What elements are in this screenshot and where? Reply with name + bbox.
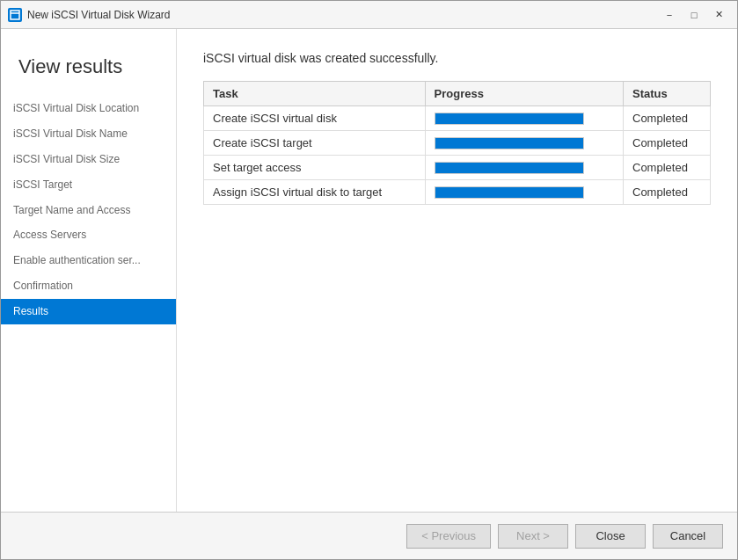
previous-button[interactable]: < Previous [406, 524, 491, 549]
nav-list: iSCSI Virtual Disk LocationiSCSI Virtual… [1, 96, 176, 324]
cell-status: Completed [624, 180, 711, 205]
progress-bar-fill [435, 187, 583, 198]
sidebar: View results iSCSI Virtual Disk Location… [1, 29, 177, 512]
sidebar-item-enable-auth[interactable]: Enable authentication ser... [1, 248, 176, 273]
cell-task: Assign iSCSI virtual disk to target [204, 180, 426, 205]
cell-status: Completed [624, 156, 711, 180]
table-row: Create iSCSI virtual diskCompleted [204, 106, 711, 131]
cell-progress [425, 131, 623, 156]
sidebar-item-results[interactable]: Results [1, 299, 176, 324]
window-close-button[interactable]: ✕ [707, 6, 730, 24]
cell-status: Completed [624, 131, 711, 156]
minimize-button[interactable]: − [658, 6, 681, 24]
col-task: Task [204, 82, 426, 106]
sidebar-item-iscsi-location[interactable]: iSCSI Virtual Disk Location [1, 96, 176, 121]
table-row: Assign iSCSI virtual disk to targetCompl… [204, 180, 711, 205]
page-title: View results [1, 47, 176, 96]
next-button[interactable]: Next > [498, 524, 568, 549]
content-area: View results iSCSI Virtual Disk Location… [1, 29, 737, 512]
main-content: iSCSI virtual disk was created successfu… [177, 29, 737, 512]
results-table: Task Progress Status Create iSCSI virtua… [203, 81, 711, 205]
cell-task: Set target access [204, 156, 426, 180]
progress-bar-fill [435, 138, 583, 149]
footer: < Previous Next > Close Cancel [1, 512, 737, 559]
progress-bar-fill [435, 163, 583, 173]
table-row: Set target accessCompleted [204, 156, 711, 180]
sidebar-item-access-servers[interactable]: Access Servers [1, 222, 176, 248]
window-title: New iSCSI Virtual Disk Wizard [27, 9, 658, 21]
progress-bar-fill [435, 113, 583, 124]
cancel-button[interactable]: Cancel [653, 524, 723, 549]
cell-progress [425, 180, 623, 205]
sidebar-item-confirmation[interactable]: Confirmation [1, 273, 176, 299]
col-progress: Progress [425, 82, 623, 106]
cell-progress [425, 106, 623, 131]
close-button[interactable]: Close [575, 524, 646, 549]
results-tbody: Create iSCSI virtual diskCompletedCreate… [204, 106, 711, 205]
progress-bar-container [435, 137, 584, 149]
col-status: Status [624, 82, 711, 106]
wizard-window: New iSCSI Virtual Disk Wizard − □ ✕ View… [0, 0, 738, 560]
window-icon [8, 8, 22, 22]
sidebar-item-target-name-access[interactable]: Target Name and Access [1, 198, 176, 223]
svg-rect-0 [11, 11, 19, 19]
table-header-row: Task Progress Status [204, 82, 711, 106]
window-controls: − □ ✕ [658, 6, 730, 24]
cell-status: Completed [624, 106, 711, 131]
cell-task: Create iSCSI target [204, 131, 426, 156]
progress-bar-container [435, 162, 584, 174]
title-bar: New iSCSI Virtual Disk Wizard − □ ✕ [1, 1, 737, 29]
sidebar-item-iscsi-size[interactable]: iSCSI Virtual Disk Size [1, 147, 176, 172]
cell-task: Create iSCSI virtual disk [204, 106, 426, 131]
maximize-button[interactable]: □ [683, 6, 705, 24]
table-row: Create iSCSI targetCompleted [204, 131, 711, 156]
progress-bar-container [435, 186, 584, 199]
success-message: iSCSI virtual disk was created successfu… [203, 51, 711, 65]
sidebar-item-iscsi-target[interactable]: iSCSI Target [1, 172, 176, 198]
cell-progress [425, 156, 623, 180]
progress-bar-container [435, 113, 584, 125]
sidebar-item-iscsi-name[interactable]: iSCSI Virtual Disk Name [1, 121, 176, 147]
